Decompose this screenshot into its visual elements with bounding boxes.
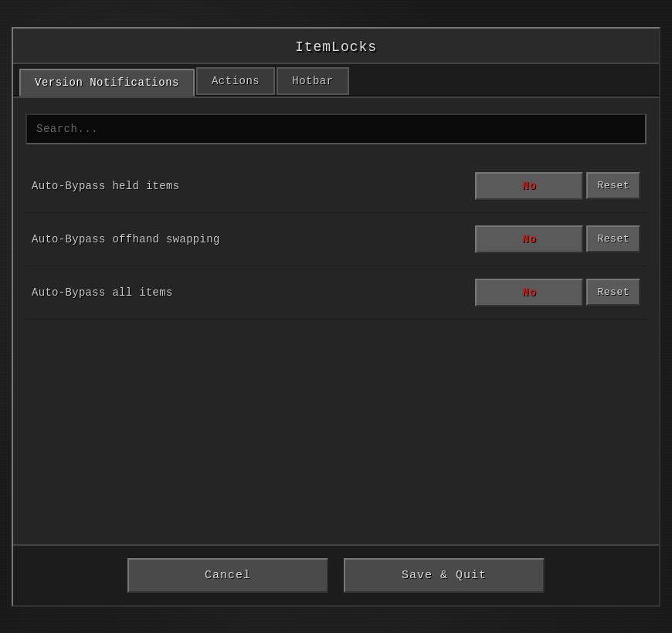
tab-version-notifications[interactable]: Version Notifications: [19, 69, 195, 96]
tab-bar: Version Notifications Actions Hotbar: [13, 63, 659, 96]
setting-row-auto-bypass-offhand: Auto-Bypass offhand swapping No Reset: [25, 213, 647, 266]
reset-btn-auto-bypass-offhand[interactable]: Reset: [586, 225, 640, 252]
content-area: Auto-Bypass held items No Reset Auto-Byp…: [13, 96, 659, 544]
setting-label-auto-bypass-held: Auto-Bypass held items: [32, 180, 179, 192]
modal-container: ItemLocks Version Notifications Actions …: [12, 27, 660, 607]
search-container: [25, 113, 647, 144]
toggle-btn-auto-bypass-offhand[interactable]: No: [475, 225, 583, 253]
reset-btn-auto-bypass-all[interactable]: Reset: [586, 279, 640, 306]
setting-row-auto-bypass-held: Auto-Bypass held items No Reset: [25, 160, 647, 213]
cancel-button[interactable]: Cancel: [127, 558, 328, 593]
setting-controls-auto-bypass-offhand: No Reset: [475, 225, 640, 253]
setting-label-auto-bypass-all: Auto-Bypass all items: [32, 286, 173, 299]
modal-title: ItemLocks: [13, 29, 659, 63]
search-input[interactable]: [25, 113, 647, 144]
reset-btn-auto-bypass-held[interactable]: Reset: [586, 172, 640, 199]
save-quit-button[interactable]: Save & Quit: [344, 558, 545, 593]
setting-controls-auto-bypass-held: No Reset: [475, 172, 640, 200]
setting-controls-auto-bypass-all: No Reset: [475, 279, 640, 306]
bottom-bar: Cancel Save & Quit: [13, 544, 659, 605]
tab-actions[interactable]: Actions: [196, 67, 275, 95]
toggle-btn-auto-bypass-held[interactable]: No: [475, 172, 583, 200]
setting-label-auto-bypass-offhand: Auto-Bypass offhand swapping: [32, 233, 220, 245]
toggle-btn-auto-bypass-all[interactable]: No: [475, 279, 583, 306]
settings-list: Auto-Bypass held items No Reset Auto-Byp…: [25, 160, 647, 320]
tab-hotbar[interactable]: Hotbar: [277, 67, 348, 95]
setting-row-auto-bypass-all: Auto-Bypass all items No Reset: [25, 266, 647, 320]
